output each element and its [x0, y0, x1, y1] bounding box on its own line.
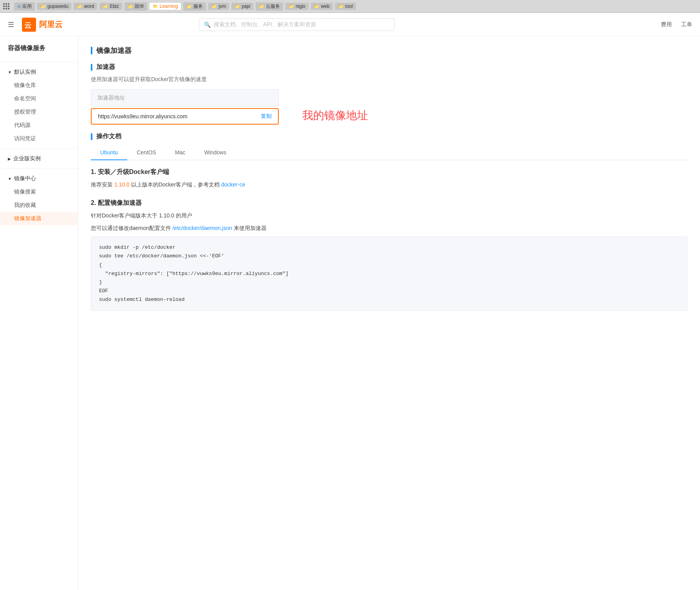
- tab-jvm[interactable]: 📁 jvm: [208, 3, 229, 10]
- sidebar-item-code-source[interactable]: 代码源: [0, 119, 78, 132]
- sidebar-group-label: 企业版实例: [13, 155, 41, 162]
- mirror-url: https://vuwks9eu.mirror.aliyuncs.com: [98, 113, 261, 119]
- tab-ebiz[interactable]: 📁 Ebiz: [99, 3, 122, 10]
- arrow-right-icon: ▶: [8, 157, 11, 161]
- sidebar-group-mirror-center[interactable]: ▼ 镜像中心: [0, 172, 78, 185]
- address-label-box: 加速器地址: [91, 89, 279, 107]
- sidebar-group-label: 镜像中心: [14, 175, 36, 182]
- sidebar: 容器镜像服务 ▼ 默认实例 镜像仓库 命名空间 授权管理 代码源 访问凭证 ▶ …: [0, 36, 78, 590]
- tab-tool[interactable]: 📁 tool: [335, 3, 356, 10]
- search-bar[interactable]: 🔍 搜索文档、控制台、API、解决方案和资源: [199, 18, 395, 31]
- header: ☰ 云 阿里云 🔍 搜索文档、控制台、API、解决方案和资源 费用 工单: [0, 13, 700, 36]
- docker-ce-link[interactable]: docker-ce: [221, 181, 245, 188]
- divider: [0, 62, 78, 62]
- tab-word[interactable]: 📁 word: [74, 3, 97, 10]
- tab-ubuntu[interactable]: Ubuntu: [91, 145, 127, 160]
- svg-text:云: 云: [24, 22, 31, 29]
- tab-guohua[interactable]: 📁 国华: [124, 2, 147, 11]
- sidebar-group-default-instance[interactable]: ▼ 默认实例: [0, 65, 78, 79]
- step1-title: 1. 安装／升级Docker客户端: [91, 168, 687, 176]
- aliyun-logo-icon: 云: [22, 18, 36, 32]
- copy-button[interactable]: 复制: [261, 113, 272, 120]
- divider: [0, 148, 78, 149]
- folder-icon: 📁: [211, 4, 217, 9]
- browser-tab-bar: ⊞ 应用 📁 gupaoedu 📁 word 📁 Ebiz 📁 国华 📁 Lea…: [0, 0, 700, 13]
- folder-icon: 📁: [314, 4, 319, 9]
- header-nav: 费用 工单: [661, 21, 692, 28]
- accelerator-section: 加速器 使用加速器可以提升获取Docker官方镜像的速度 加速器地址 https…: [91, 63, 687, 132]
- main-layout: 容器镜像服务 ▼ 默认实例 镜像仓库 命名空间 授权管理 代码源 访问凭证 ▶ …: [0, 36, 700, 590]
- divider: [0, 168, 78, 169]
- arrow-down-icon: ▼: [8, 177, 12, 181]
- folder-icon: 📁: [259, 4, 264, 9]
- tab-windows[interactable]: Windows: [195, 145, 236, 160]
- mirror-url-box: https://vuwks9eu.mirror.aliyuncs.com 复制: [91, 108, 279, 125]
- os-tabs: Ubuntu CentOS Mac Windows: [91, 145, 687, 160]
- folder-icon: 📁: [235, 4, 240, 9]
- accelerator-desc: 使用加速器可以提升获取Docker官方镜像的速度: [91, 76, 687, 83]
- tab-centos[interactable]: CentOS: [127, 145, 166, 160]
- folder-icon: 📁: [40, 4, 46, 9]
- step2-text1: 针对Docker客户端版本大于 1.10.0 的用户: [91, 211, 687, 221]
- step2-text2: 您可以通过修改daemon配置文件 /etc/docker/daemon.jso…: [91, 224, 687, 233]
- my-mirror-label: 我的镜像地址: [302, 108, 368, 123]
- folder-icon: ⊞: [17, 4, 21, 9]
- logo[interactable]: 云 阿里云: [22, 18, 63, 32]
- sidebar-item-mirror-search[interactable]: 镜像搜索: [0, 185, 78, 199]
- folder-icon: 📁: [153, 4, 158, 9]
- code-content: sudo mkdir -p /etc/docker sudo tee /etc/…: [99, 243, 679, 304]
- step1-desc: 推荐安装 1.10.0 以上版本的Docker客户端，参考文档 docker-c…: [91, 180, 687, 190]
- step1-section: 1. 安装／升级Docker客户端 推荐安装 1.10.0 以上版本的Docke…: [91, 168, 687, 190]
- logo-text: 阿里云: [39, 19, 63, 30]
- docs-section: 操作文档 Ubuntu CentOS Mac Windows 1. 安装: [91, 132, 687, 311]
- main-content: 镜像加速器 加速器 使用加速器可以提升获取Docker官方镜像的速度 加速器地址…: [78, 36, 700, 590]
- tab-yingyong[interactable]: ⊞ 应用: [14, 2, 35, 11]
- tab-yapi[interactable]: 📁 yapi: [231, 3, 253, 10]
- folder-icon: 📁: [77, 4, 82, 9]
- tab-yunfuwu[interactable]: 📁 云服务: [256, 2, 283, 11]
- sidebar-item-access-credentials[interactable]: 访问凭证: [0, 132, 78, 145]
- sidebar-title: 容器镜像服务: [0, 44, 78, 59]
- nav-feiyong[interactable]: 费用: [661, 21, 672, 28]
- page-title: 镜像加速器: [91, 46, 687, 55]
- sidebar-group-enterprise-instance[interactable]: ▶ 企业版实例: [0, 152, 78, 165]
- sidebar-group-label: 默认实例: [14, 69, 36, 76]
- hamburger-menu-icon[interactable]: ☰: [8, 20, 14, 29]
- step2-title: 2. 配置镜像加速器: [91, 199, 687, 207]
- app-grid-icon: [3, 3, 9, 9]
- code-block: sudo mkdir -p /etc/docker sudo tee /etc/…: [91, 237, 687, 311]
- sidebar-item-mirror-accelerator[interactable]: 镜像加速器: [0, 212, 78, 225]
- folder-icon: 📁: [128, 4, 133, 9]
- arrow-down-icon: ▼: [8, 70, 12, 74]
- tab-fuwu[interactable]: 📁 服务: [183, 2, 206, 11]
- folder-icon: 📁: [338, 4, 344, 9]
- tab-gupaoedu[interactable]: 📁 gupaoedu: [37, 3, 71, 10]
- search-icon: 🔍: [204, 22, 211, 28]
- docs-subtitle: 操作文档: [91, 132, 687, 141]
- tab-learning[interactable]: 📁 Learning: [150, 3, 181, 10]
- search-placeholder: 搜索文档、控制台、API、解决方案和资源: [214, 21, 316, 28]
- sidebar-item-namespace[interactable]: 命名空间: [0, 92, 78, 105]
- folder-icon: 📁: [289, 4, 294, 9]
- sidebar-item-mirror-repo[interactable]: 镜像仓库: [0, 79, 78, 92]
- step2-section: 2. 配置镜像加速器 针对Docker客户端版本大于 1.10.0 的用户 您可…: [91, 199, 687, 311]
- folder-icon: 📁: [186, 4, 192, 9]
- tab-web[interactable]: 📁 web: [311, 3, 333, 10]
- tab-nigix[interactable]: 📁 nigix: [285, 3, 309, 10]
- folder-icon: 📁: [103, 4, 108, 9]
- accelerator-subtitle: 加速器: [91, 63, 687, 71]
- address-row: https://vuwks9eu.mirror.aliyuncs.com 复制 …: [91, 108, 687, 132]
- nav-gongdan[interactable]: 工单: [681, 21, 692, 28]
- sidebar-item-auth[interactable]: 授权管理: [0, 105, 78, 119]
- sidebar-item-my-favorites[interactable]: 我的收藏: [0, 199, 78, 212]
- tab-mac[interactable]: Mac: [166, 145, 195, 160]
